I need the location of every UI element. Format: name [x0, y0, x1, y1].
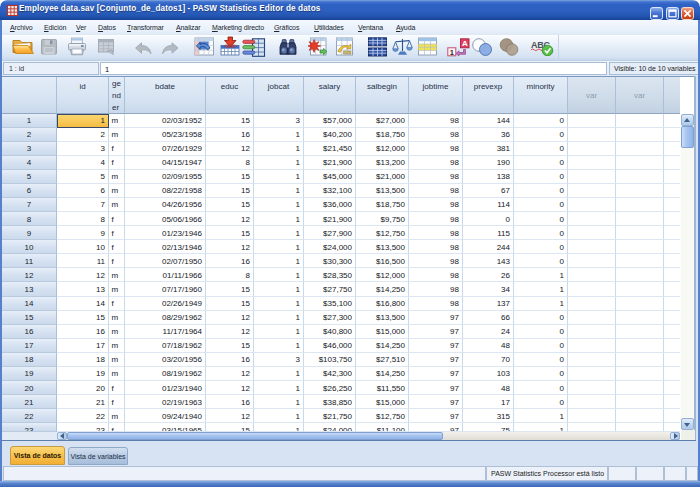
svg-text:1: 1	[450, 48, 454, 57]
svg-text:A: A	[462, 39, 468, 48]
